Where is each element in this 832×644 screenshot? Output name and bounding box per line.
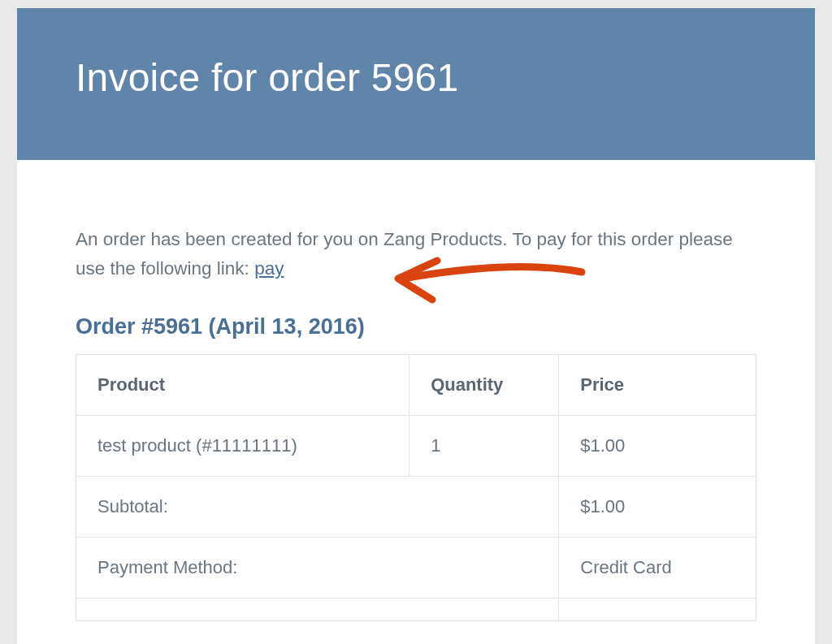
intro-text-before: An order has been created for you on Zan… <box>76 229 733 279</box>
invoice-email: Invoice for order 5961 An order has been… <box>17 8 815 644</box>
table-row <box>76 599 756 621</box>
email-header: Invoice for order 5961 <box>17 8 815 160</box>
cell-price: $1.00 <box>559 416 756 477</box>
table-row: test product (#11111111) 1 $1.00 <box>76 416 756 477</box>
order-heading: Order #5961 (April 13, 2016) <box>76 314 756 339</box>
col-header-quantity: Quantity <box>410 355 559 416</box>
summary-label <box>76 599 559 621</box>
email-body: An order has been created for you on Zan… <box>17 160 815 644</box>
summary-value: Credit Card <box>559 538 756 599</box>
col-header-product: Product <box>76 355 410 416</box>
table-row: Payment Method: Credit Card <box>76 538 756 599</box>
pay-link[interactable]: pay <box>254 258 284 279</box>
order-table: Product Quantity Price test product (#11… <box>76 354 756 621</box>
table-row: Subtotal: $1.00 <box>76 477 756 538</box>
summary-value: $1.00 <box>559 477 756 538</box>
summary-label: Payment Method: <box>76 538 559 599</box>
intro-text: An order has been created for you on Zan… <box>76 225 756 283</box>
summary-value <box>559 599 756 621</box>
summary-label: Subtotal: <box>76 477 559 538</box>
cell-product: test product (#11111111) <box>76 416 410 477</box>
col-header-price: Price <box>559 355 756 416</box>
page-title: Invoice for order 5961 <box>76 55 756 100</box>
cell-quantity: 1 <box>410 416 559 477</box>
table-header-row: Product Quantity Price <box>76 355 756 416</box>
